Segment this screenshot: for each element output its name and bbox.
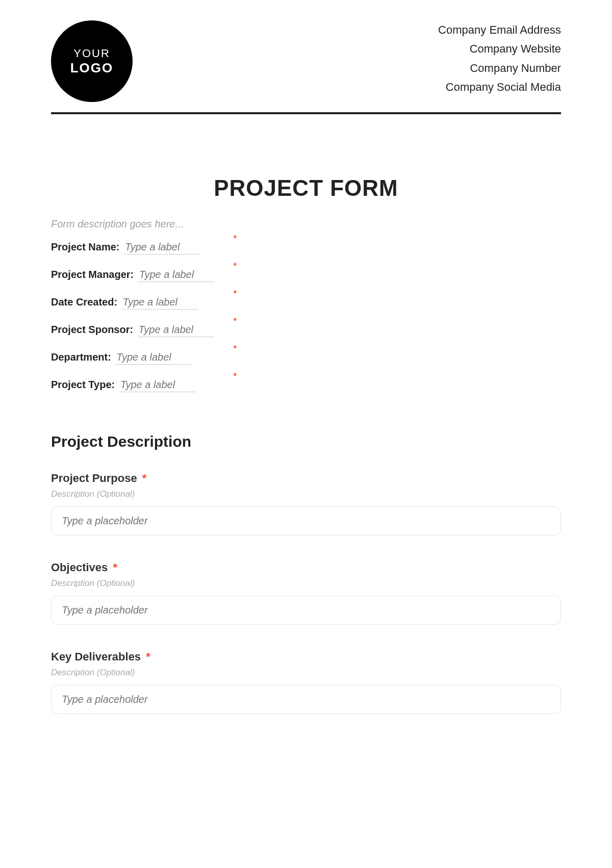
project-manager-input[interactable] — [138, 269, 215, 282]
company-info: Company Email Address Company Website Co… — [438, 20, 561, 97]
subfield-label: Project Purpose * — [51, 472, 561, 485]
required-mark: * — [234, 262, 237, 271]
field-project-sponsor: * Project Sponsor: — [51, 324, 235, 337]
field-label: Project Manager: — [51, 269, 134, 280]
project-name-input[interactable] — [124, 241, 200, 254]
required-mark: * — [113, 561, 117, 574]
subfield-objectives: Objectives * Description (Optional) — [51, 561, 561, 625]
date-created-input[interactable] — [122, 296, 198, 310]
subfield-key-deliverables: Key Deliverables * Description (Optional… — [51, 650, 561, 714]
department-input[interactable] — [115, 351, 192, 365]
subfield-description: Description (Optional) — [51, 578, 561, 589]
field-project-type: * Project Type: — [51, 379, 235, 392]
logo-text-top: YOUR — [73, 47, 110, 60]
subfield-project-purpose: Project Purpose * Description (Optional) — [51, 472, 561, 535]
required-mark: * — [146, 650, 150, 663]
field-date-created: * Date Created: — [51, 296, 235, 310]
project-sponsor-input[interactable] — [138, 324, 214, 337]
header: YOUR LOGO Company Email Address Company … — [51, 20, 561, 102]
subfield-description: Description (Optional) — [51, 489, 561, 499]
field-label: Project Type: — [51, 379, 115, 390]
company-number: Company Number — [438, 59, 561, 78]
subfield-label-text: Objectives — [51, 561, 108, 574]
field-department: * Department: — [51, 351, 235, 365]
project-purpose-input[interactable] — [51, 506, 561, 535]
subfield-description: Description (Optional) — [51, 668, 561, 678]
field-project-manager: * Project Manager: — [51, 269, 235, 282]
company-social: Company Social Media — [438, 78, 561, 96]
required-mark: * — [142, 472, 147, 484]
field-project-name: * Project Name: — [51, 241, 235, 254]
subfield-label: Objectives * — [51, 561, 561, 574]
required-mark: * — [234, 317, 237, 326]
project-type-input[interactable] — [119, 379, 196, 392]
objectives-input[interactable] — [51, 596, 561, 625]
company-email: Company Email Address — [438, 20, 561, 39]
page-title: PROJECT FORM — [51, 175, 561, 201]
logo-circle: YOUR LOGO — [51, 20, 133, 102]
required-mark: * — [234, 372, 237, 381]
field-label: Department: — [51, 351, 111, 363]
key-deliverables-input[interactable] — [51, 685, 561, 714]
section-heading: Project Description — [51, 433, 561, 450]
subfield-label: Key Deliverables * — [51, 650, 561, 663]
field-label: Date Created: — [51, 296, 117, 308]
logo-text-bottom: LOGO — [70, 60, 114, 76]
required-mark: * — [234, 234, 237, 243]
subfield-label-text: Project Purpose — [51, 472, 137, 484]
required-mark: * — [234, 289, 237, 298]
company-website: Company Website — [438, 39, 561, 58]
header-divider — [51, 112, 561, 114]
form-description[interactable]: Form description goes here... — [51, 218, 561, 230]
field-label: Project Sponsor: — [51, 324, 133, 335]
required-mark: * — [234, 344, 237, 353]
subfield-label-text: Key Deliverables — [51, 650, 141, 663]
field-label: Project Name: — [51, 241, 120, 252]
